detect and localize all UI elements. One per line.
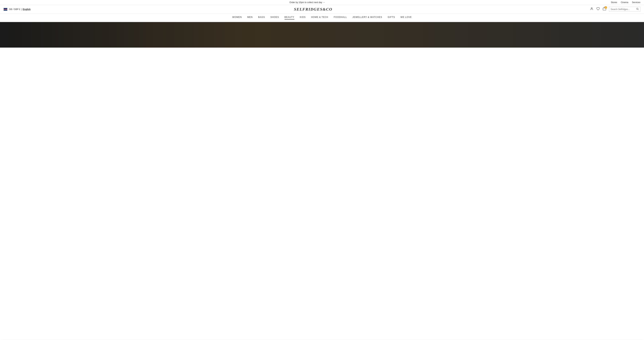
search-input[interactable] xyxy=(611,8,636,10)
account-icon[interactable] xyxy=(590,7,594,12)
locale-separator: | xyxy=(21,8,22,10)
site-logo[interactable]: SELFRIDGES&CO xyxy=(36,7,590,12)
nav-item-foodhall[interactable]: FOODHALL xyxy=(334,16,347,20)
svg-point-0 xyxy=(591,8,592,9)
nav-item-bags[interactable]: BAGS xyxy=(258,16,265,20)
svg-line-3 xyxy=(638,10,638,10)
nav-item-jewellery[interactable]: JEWELLERY & WATCHES xyxy=(352,16,382,20)
top-bar-right: Stores Cinema Services xyxy=(611,1,640,4)
main-nav: WOMEN MEN BAGS SHOES BEAUTY KIDS HOME & … xyxy=(0,14,644,22)
top-bar: Order by 10pm to collect next day → Stor… xyxy=(0,0,644,5)
hero-background xyxy=(0,22,644,48)
header: GB / GBP £ | English SELFRIDGES&CO 0 xyxy=(0,5,644,14)
search-bar[interactable] xyxy=(609,7,640,12)
nav-item-men[interactable]: MEN xyxy=(247,16,253,20)
basket-count: 0 xyxy=(604,6,607,9)
cinema-link[interactable]: Cinema xyxy=(621,1,628,4)
promo-text[interactable]: Order by 10pm to collect next day → xyxy=(4,1,611,4)
stores-link[interactable]: Stores xyxy=(611,1,617,4)
basket-icon[interactable]: 0 xyxy=(602,7,606,12)
locale-section: GB / GBP £ | English xyxy=(4,8,36,10)
language-text[interactable]: English xyxy=(23,8,30,10)
nav-item-home-tech[interactable]: HOME & TECH xyxy=(311,16,328,20)
flag-icon xyxy=(4,8,7,10)
nav-item-beauty[interactable]: BEAUTY xyxy=(284,16,294,20)
nav-item-gifts[interactable]: GIFTS xyxy=(388,16,395,20)
nav-item-shoes[interactable]: SHOES xyxy=(270,16,279,20)
services-link[interactable]: Services xyxy=(632,1,640,4)
wishlist-icon[interactable] xyxy=(596,7,600,12)
nav-item-kids[interactable]: KIDS xyxy=(300,16,306,20)
header-actions: 0 xyxy=(590,7,640,12)
svg-point-2 xyxy=(636,8,638,10)
locale-text[interactable]: GB / GBP £ xyxy=(9,8,20,10)
nav-item-women[interactable]: WOMEN xyxy=(232,16,242,20)
hero-overlay xyxy=(0,22,644,48)
nav-item-we-love[interactable]: WE LOVE xyxy=(400,16,412,20)
search-icon[interactable] xyxy=(636,8,639,11)
